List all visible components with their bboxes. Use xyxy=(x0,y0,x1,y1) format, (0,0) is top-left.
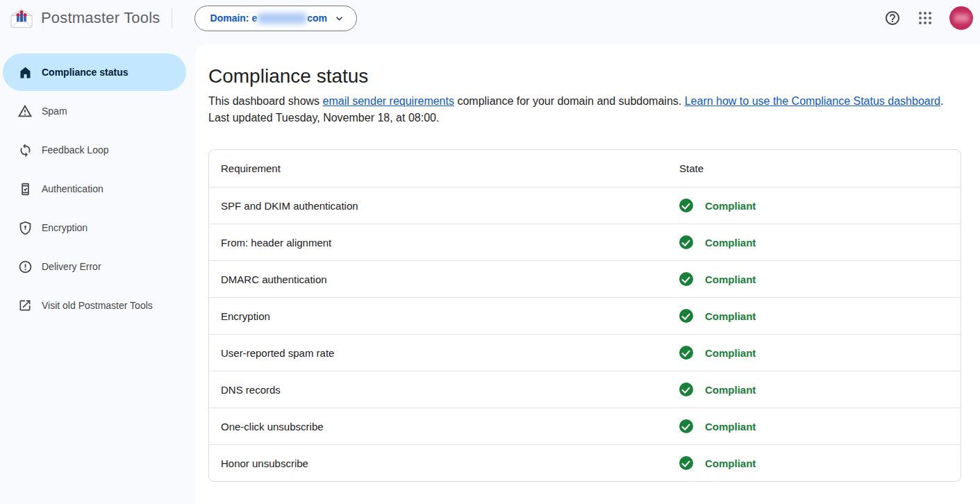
redacted-domain xyxy=(258,13,306,24)
state-cell: Compliant xyxy=(679,235,756,249)
table-row: SPF and DKIM authentication Compliant xyxy=(209,187,961,224)
topbar-actions xyxy=(884,6,980,30)
table-row: From: header alignment Compliant xyxy=(209,224,961,260)
open-in-new-icon xyxy=(17,298,33,313)
state-badge: Compliant xyxy=(705,200,756,212)
top-bar: Postmaster Tools Domain: ecom xyxy=(0,0,980,36)
sidebar-item-spam[interactable]: Spam xyxy=(3,92,186,130)
state-badge: Compliant xyxy=(705,347,756,359)
sidebar-item-label: Feedback Loop xyxy=(42,144,109,156)
user-avatar[interactable] xyxy=(949,6,973,30)
state-cell: Compliant xyxy=(679,272,756,286)
check-circle-icon xyxy=(679,309,693,323)
sidebar-item-encryption[interactable]: Encryption xyxy=(3,209,186,246)
table-row: Encryption Compliant xyxy=(209,297,961,334)
check-circle-icon xyxy=(679,235,693,249)
sidebar-item-compliance-status[interactable]: Compliance status xyxy=(3,53,186,91)
sidebar-item-label: Delivery Error xyxy=(42,261,101,272)
sidebar-item-label: Encryption xyxy=(42,222,88,233)
shield-lock-icon xyxy=(17,220,33,235)
sidebar-item-label: Visit old Postmaster Tools xyxy=(42,300,153,311)
help-icon[interactable] xyxy=(884,10,901,26)
state-cell: Compliant xyxy=(679,383,756,396)
app-brand: Postmaster Tools xyxy=(0,7,160,30)
sidebar-item-label: Spam xyxy=(42,106,67,117)
sidebar-item-delivery-error[interactable]: Delivery Error xyxy=(3,248,186,285)
requirement-cell: User-reported spam rate xyxy=(209,347,679,359)
table-row: One-click unsubscribe Compliant xyxy=(209,408,961,444)
check-circle-icon xyxy=(679,456,693,470)
sidebar-item-label: Compliance status xyxy=(42,67,128,78)
error-outline-icon xyxy=(17,259,33,274)
sidebar-item-authentication[interactable]: Authentication xyxy=(3,170,186,208)
domain-selector-suffix: com xyxy=(307,12,327,24)
email-sender-requirements-link[interactable]: email sender requirements xyxy=(323,95,454,107)
compliance-table: Requirement State SPF and DKIM authentic… xyxy=(208,149,961,482)
learn-how-link[interactable]: Learn how to use the Compliance Status d… xyxy=(685,95,940,107)
table-row: User-reported spam rate Compliant xyxy=(209,334,961,371)
check-circle-icon xyxy=(679,272,693,286)
home-icon xyxy=(17,65,33,80)
column-header-requirement: Requirement xyxy=(209,162,679,174)
loop-icon xyxy=(17,142,33,158)
sidebar-item-label: Authentication xyxy=(42,183,103,194)
app-title: Postmaster Tools xyxy=(41,9,160,27)
state-cell: Compliant xyxy=(679,199,756,212)
table-header-row: Requirement State xyxy=(209,150,961,187)
requirement-cell: DNS records xyxy=(209,384,679,396)
check-circle-icon xyxy=(679,199,693,212)
domain-selector-prefix: Domain: e xyxy=(210,12,258,24)
redacted-avatar-content xyxy=(954,14,969,22)
apps-grid-icon[interactable] xyxy=(917,10,933,26)
state-badge: Compliant xyxy=(705,310,756,322)
domain-selector[interactable]: Domain: ecom xyxy=(194,6,357,31)
column-header-state: State xyxy=(679,162,704,174)
requirement-cell: One-click unsubscribe xyxy=(209,421,679,432)
state-cell: Compliant xyxy=(679,346,756,360)
sidebar-item-visit-old-postmaster[interactable]: Visit old Postmaster Tools xyxy=(3,287,186,324)
page-title: Compliance status xyxy=(208,64,961,89)
state-cell: Compliant xyxy=(679,419,756,433)
state-badge: Compliant xyxy=(705,421,756,432)
description-text: . xyxy=(940,95,943,107)
device-check-icon xyxy=(17,181,33,196)
table-row: Honor unsubscribe Compliant xyxy=(209,444,961,481)
state-badge: Compliant xyxy=(705,457,756,469)
topbar-divider xyxy=(172,8,172,28)
requirement-cell: From: header alignment xyxy=(209,237,679,249)
requirement-cell: Encryption xyxy=(209,310,679,322)
sidebar-item-feedback-loop[interactable]: Feedback Loop xyxy=(3,131,186,169)
requirement-cell: SPF and DKIM authentication xyxy=(209,200,679,212)
state-badge: Compliant xyxy=(705,384,756,396)
requirement-cell: Honor unsubscribe xyxy=(209,457,679,469)
state-cell: Compliant xyxy=(679,456,756,470)
chevron-down-icon xyxy=(333,12,345,24)
description-text: compliance for your domain and subdomain… xyxy=(454,95,685,107)
state-badge: Compliant xyxy=(705,237,756,249)
table-row: DMARC authentication Compliant xyxy=(209,260,961,297)
last-updated-text: Last updated Tuesday, November 18, at 08… xyxy=(208,110,961,126)
sidebar: Compliance status Spam Feedback Loop Aut… xyxy=(0,44,195,504)
check-circle-icon xyxy=(679,383,693,396)
page-description: This dashboard shows email sender requir… xyxy=(208,93,961,110)
table-row: DNS records Compliant xyxy=(209,371,961,408)
main-content: Compliance status This dashboard shows e… xyxy=(195,44,980,504)
requirement-cell: DMARC authentication xyxy=(209,274,679,285)
state-badge: Compliant xyxy=(705,274,756,285)
description-text: This dashboard shows xyxy=(208,95,323,107)
postmaster-logo-icon xyxy=(9,7,34,30)
check-circle-icon xyxy=(679,346,693,360)
state-cell: Compliant xyxy=(679,309,756,323)
check-circle-icon xyxy=(679,419,693,433)
warning-icon xyxy=(17,103,33,119)
